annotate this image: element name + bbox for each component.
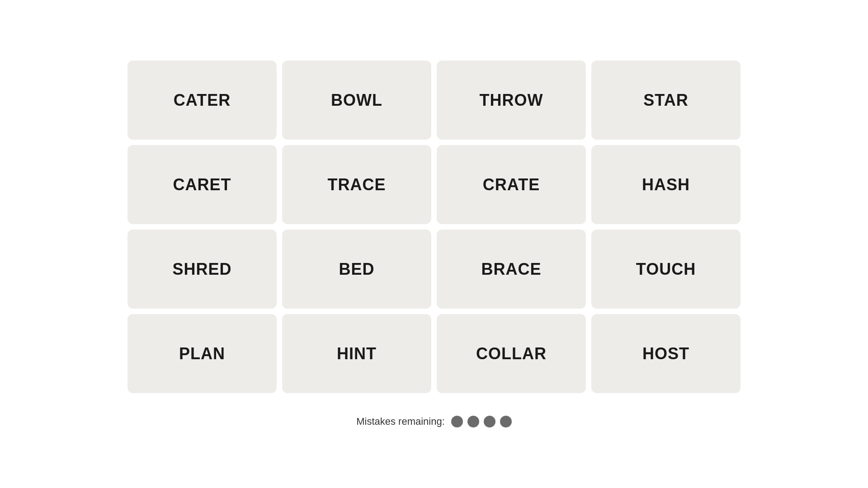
- word-card-shred[interactable]: SHRED: [127, 230, 277, 309]
- word-card-touch[interactable]: TOUCH: [591, 230, 741, 309]
- word-label-touch: TOUCH: [636, 260, 696, 279]
- word-card-cater[interactable]: CATER: [127, 61, 277, 140]
- word-card-throw[interactable]: THROW: [437, 61, 586, 140]
- word-card-star[interactable]: STAR: [591, 61, 741, 140]
- word-card-host[interactable]: HOST: [591, 314, 741, 393]
- word-card-crate[interactable]: CRATE: [437, 145, 586, 224]
- word-card-bowl[interactable]: BOWL: [282, 61, 431, 140]
- word-label-trace: TRACE: [328, 175, 386, 194]
- word-card-trace[interactable]: TRACE: [282, 145, 431, 224]
- mistake-dot-2: [467, 416, 479, 427]
- word-label-star: STAR: [643, 91, 688, 110]
- mistake-dot-4: [500, 416, 512, 427]
- word-card-bed[interactable]: BED: [282, 230, 431, 309]
- word-label-shred: SHRED: [172, 260, 231, 279]
- mistakes-label: Mistakes remaining:: [356, 416, 445, 427]
- word-label-bowl: BOWL: [331, 91, 382, 110]
- word-label-hint: HINT: [337, 344, 377, 363]
- mistakes-dots: [451, 416, 512, 427]
- word-card-hint[interactable]: HINT: [282, 314, 431, 393]
- word-label-host: HOST: [642, 344, 689, 363]
- word-card-caret[interactable]: CARET: [127, 145, 277, 224]
- word-label-plan: PLAN: [179, 344, 225, 363]
- word-label-caret: CARET: [173, 175, 231, 194]
- word-label-bed: BED: [339, 260, 374, 279]
- mistake-dot-1: [451, 416, 463, 427]
- word-card-collar[interactable]: COLLAR: [437, 314, 586, 393]
- word-label-cater: CATER: [174, 91, 231, 110]
- word-label-crate: CRATE: [483, 175, 540, 194]
- word-card-hash[interactable]: HASH: [591, 145, 741, 224]
- word-label-collar: COLLAR: [476, 344, 547, 363]
- mistakes-section: Mistakes remaining:: [356, 416, 512, 427]
- word-card-plan[interactable]: PLAN: [127, 314, 277, 393]
- word-label-brace: BRACE: [481, 260, 541, 279]
- word-card-brace[interactable]: BRACE: [437, 230, 586, 309]
- mistake-dot-3: [484, 416, 495, 427]
- word-label-throw: THROW: [480, 91, 543, 110]
- word-label-hash: HASH: [642, 175, 690, 194]
- word-grid: CATERBOWLTHROWSTARCARETTRACECRATEHASHSHR…: [127, 61, 741, 393]
